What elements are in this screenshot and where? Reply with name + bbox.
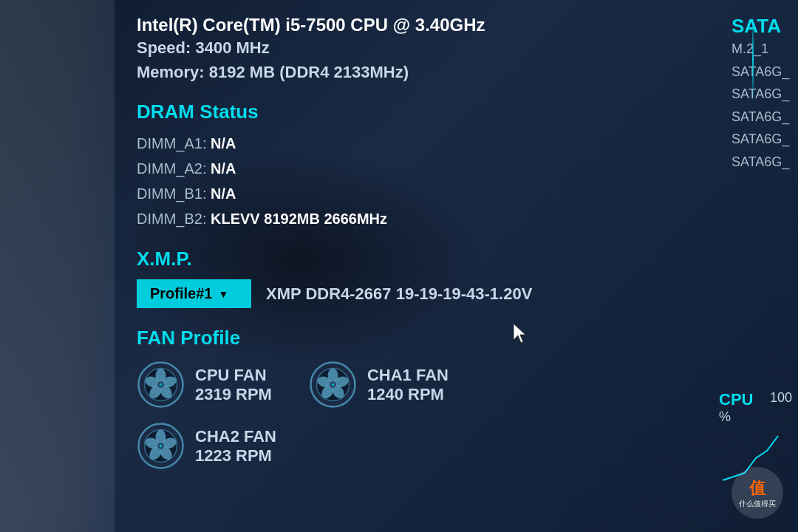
cpu-speed-value: 3400 MHz: [195, 38, 269, 57]
xmp-profile-label: Profile#1: [150, 285, 212, 302]
xmp-row: Profile#1 ▼ XMP DDR4-2667 19-19-19-43-1.…: [137, 279, 776, 308]
dram-a2-label: DIMM_A2:: [137, 160, 206, 177]
dram-slot-b1: DIMM_B1: N/A: [137, 181, 776, 206]
fan-item-cha1: CHA1 FAN 1240 RPM: [309, 361, 449, 409]
cha1-fan-info: CHA1 FAN 1240 RPM: [367, 366, 449, 404]
cha1-fan-name: CHA1 FAN: [367, 366, 449, 385]
cha2-fan-info: CHA2 FAN 1223 RPM: [195, 427, 276, 466]
dram-b1-label: DIMM_B1:: [137, 185, 206, 202]
dram-b1-value: N/A: [211, 185, 236, 202]
dram-b2-value: KLEVV 8192MB 2666MHz: [211, 211, 387, 227]
fan-section: FAN Profile: [137, 327, 776, 470]
cha1-fan-icon: [309, 361, 357, 409]
cpu-fan-rpm: 2319 RPM: [195, 385, 272, 404]
cpu-fan-icon: [137, 361, 185, 409]
main-content: Intel(R) Core(TM) i5-7500 CPU @ 3.40GHz …: [115, 0, 798, 532]
dram-section: DRAM Status DIMM_A1: N/A DIMM_A2: N/A DI…: [137, 100, 776, 231]
fan-item-cha2: CHA2 FAN 1223 RPM: [137, 422, 276, 470]
cha2-fan-icon: [137, 422, 185, 470]
dram-a1-value: N/A: [211, 135, 236, 151]
cpu-section: Intel(R) Core(TM) i5-7500 CPU @ 3.40GHz …: [137, 15, 776, 84]
photo-border: [0, 0, 115, 532]
watermark-text: 什么值得买: [739, 499, 776, 508]
cpu-memory-value: 8192 MB (DDR4 2133MHz): [209, 63, 409, 81]
watermark: 值 什么值得买: [732, 467, 783, 519]
cha2-fan-name: CHA2 FAN: [195, 427, 276, 446]
cpu-fan-name: CPU FAN: [195, 366, 272, 385]
cpu-fan-info: CPU FAN 2319 RPM: [195, 366, 272, 404]
cpu-speed: Speed: 3400 MHz: [137, 35, 776, 60]
watermark-icon: 值: [749, 477, 765, 499]
xmp-profile-info: XMP DDR4-2667 19-19-19-43-1.20V: [266, 284, 532, 304]
dram-b2-label: DIMM_B2:: [137, 211, 206, 227]
cpu-memory: Memory: 8192 MB (DDR4 2133MHz): [137, 60, 776, 84]
dram-title: DRAM Status: [137, 100, 776, 123]
dram-slot-b2: DIMM_B2: KLEVV 8192MB 2666MHz: [137, 206, 776, 231]
dram-a2-value: N/A: [211, 160, 236, 177]
cha1-fan-rpm: 1240 RPM: [367, 385, 449, 404]
svg-point-17: [331, 383, 334, 386]
cpu-model: Intel(R) Core(TM) i5-7500 CPU @ 3.40GHz: [137, 15, 776, 35]
xmp-title: X.M.P.: [137, 248, 776, 270]
fan-item-cpu: CPU FAN 2319 RPM: [137, 361, 272, 409]
fan-section-title: FAN Profile: [137, 327, 776, 349]
cha2-fan-rpm: 1223 RPM: [195, 446, 276, 466]
svg-point-8: [160, 383, 163, 386]
dram-a1-label: DIMM_A1:: [137, 135, 206, 151]
cpu-memory-label: Memory:: [137, 63, 205, 81]
svg-point-26: [160, 445, 163, 448]
divider-line: [752, 15, 754, 103]
cpu-speed-label: Speed:: [137, 38, 191, 57]
dram-slot-a1: DIMM_A1: N/A: [137, 131, 776, 156]
bios-screen: SATA M.2_1 SATA6G_ SATA6G_ SATA6G_ SATA6…: [0, 0, 798, 532]
chevron-down-icon: ▼: [218, 288, 228, 300]
dram-slot-a2: DIMM_A2: N/A: [137, 156, 776, 181]
fan-grid-row2: CHA2 FAN 1223 RPM: [137, 422, 776, 470]
fan-grid: CPU FAN 2319 RPM: [137, 361, 776, 409]
xmp-section: X.M.P. Profile#1 ▼ XMP DDR4-2667 19-19-1…: [137, 248, 776, 308]
xmp-profile-dropdown[interactable]: Profile#1 ▼: [137, 279, 251, 308]
